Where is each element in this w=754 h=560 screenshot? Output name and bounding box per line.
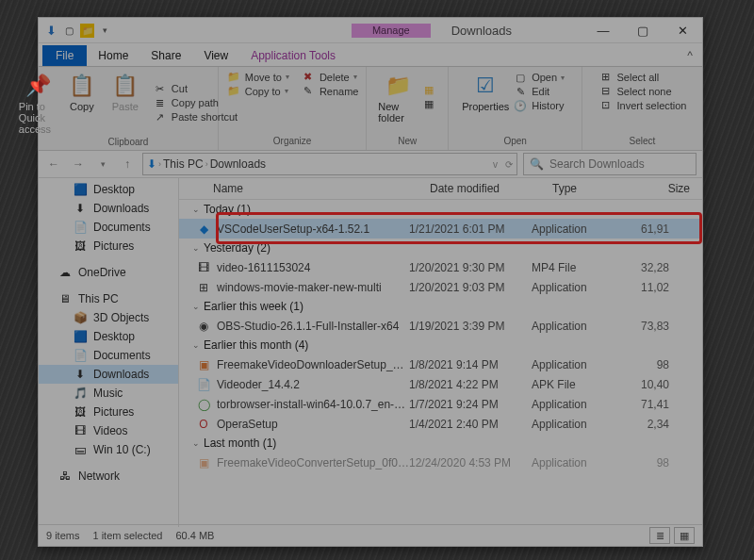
file-icon: ⊞	[196, 281, 211, 294]
group-header[interactable]: ⌄ Today (1)	[179, 200, 702, 219]
crumb-downloads[interactable]: Downloads	[210, 157, 266, 171]
nav-item[interactable]: 🖼Pictures	[39, 237, 178, 255]
file-row[interactable]: ◉OBS-Studio-26.1.1-Full-Installer-x641/1…	[179, 316, 702, 336]
file-date: 1/8/2021 9:14 PM	[409, 358, 532, 371]
delete-button[interactable]: ✖Delete▾	[301, 71, 359, 83]
nav-back-button[interactable]: ←	[44, 157, 63, 171]
edit-button[interactable]: ✎Edit	[513, 86, 565, 98]
group-clipboard: Clipboard	[108, 135, 149, 147]
group-header[interactable]: ⌄ Earlier this month (4)	[179, 336, 702, 354]
manage-header[interactable]: Manage	[352, 24, 431, 38]
details-view-button[interactable]: ≣	[649, 527, 670, 544]
file-row[interactable]: 🎞video-16111530241/20/2021 9:30 PMMP4 Fi…	[179, 257, 702, 277]
group-header[interactable]: ⌄ Earlier this week (1)	[179, 297, 702, 316]
file-row[interactable]: 📄Videoder_14.4.21/8/2021 4:22 PMAPK File…	[179, 374, 702, 394]
maximize-button[interactable]: ▢	[623, 18, 663, 42]
folder-icon: 🖼	[73, 239, 88, 253]
select-none-button[interactable]: ⊟Select none	[598, 85, 672, 97]
nav-item[interactable]: ⬇Downloads	[39, 199, 178, 218]
file-type: Application	[532, 222, 631, 236]
nav-item-label: This PC	[78, 292, 119, 305]
navigation-pane[interactable]: 🟦Desktop⬇Downloads📄Documents🖼Pictures☁On…	[39, 178, 179, 527]
properties-button[interactable]: ☑Properties	[466, 71, 505, 112]
invert-selection-button[interactable]: ⊡Invert selection	[598, 99, 687, 111]
nav-item[interactable]: 📦3D Objects	[39, 308, 178, 327]
nav-item[interactable]: 🎞Videos	[39, 421, 178, 440]
nav-item[interactable]: 🖧Network	[39, 467, 178, 486]
pin-to-quick-access[interactable]: 📌Pin to Quick access	[19, 71, 58, 135]
file-name: Videoder_14.4.2	[217, 378, 409, 391]
paste-button[interactable]: 📋Paste	[106, 71, 145, 135]
column-name[interactable]: Name	[179, 182, 430, 195]
easy-access-button[interactable]: ▦	[421, 98, 436, 110]
tab-view[interactable]: View	[192, 45, 239, 66]
column-type[interactable]: Type	[552, 182, 652, 195]
open-button[interactable]: ▢Open▾	[513, 72, 565, 84]
nav-item[interactable]: 📄Documents	[39, 218, 178, 237]
nav-item[interactable]: 🎵Music	[39, 384, 178, 403]
column-size[interactable]: Size	[652, 182, 690, 195]
qat-btn[interactable]: ▢	[62, 24, 76, 38]
history-button[interactable]: 🕑History	[513, 100, 565, 112]
nav-recent-button[interactable]: ▾	[93, 159, 112, 169]
file-icon: ◆	[196, 222, 211, 236]
nav-item[interactable]: 🖴Win 10 (C:)	[39, 440, 178, 459]
qat-chevron[interactable]: ▾	[98, 24, 112, 38]
address-bar[interactable]: ⬇ › This PC › Downloads v⟳	[142, 153, 517, 175]
rename-button[interactable]: ✎Rename	[301, 85, 359, 97]
move-to-button[interactable]: 📁Move to▾	[226, 71, 289, 83]
thumbs-view-button[interactable]: ▦	[674, 527, 695, 544]
nav-item[interactable]: ☁OneDrive	[39, 263, 178, 282]
select-all-button[interactable]: ⊞Select all	[598, 71, 660, 83]
nav-item[interactable]: 🖥This PC	[39, 289, 178, 308]
group-header[interactable]: ⌄ Yesterday (2)	[179, 239, 702, 257]
file-size: 32,28	[631, 261, 673, 274]
tab-application-tools[interactable]: Application Tools	[239, 45, 347, 66]
crumb-thispc[interactable]: This PC	[163, 157, 204, 171]
file-row[interactable]: ◆VSCodeUserSetup-x64-1.52.11/21/2021 6:0…	[179, 219, 702, 239]
file-row[interactable]: OOperaSetup1/4/2021 2:40 PMApplication2,…	[179, 414, 702, 434]
nav-item[interactable]: 🟦Desktop	[39, 180, 178, 199]
minimize-button[interactable]: —	[583, 18, 623, 42]
tab-home[interactable]: Home	[87, 45, 139, 66]
chevron-down-icon[interactable]: v	[493, 159, 498, 170]
nav-item-label: 3D Objects	[93, 311, 149, 324]
tab-share[interactable]: Share	[139, 45, 192, 66]
file-date: 1/20/2021 9:30 PM	[409, 261, 532, 274]
nav-item[interactable]: ⬇Downloads	[39, 365, 178, 384]
column-date[interactable]: Date modified	[430, 182, 552, 195]
file-date: 1/8/2021 4:22 PM	[409, 378, 532, 391]
file-icon: ◉	[196, 320, 211, 333]
nav-up-button[interactable]: ↑	[118, 157, 137, 171]
close-button[interactable]: ✕	[663, 18, 702, 42]
group-header[interactable]: ⌄ Last month (1)	[179, 434, 702, 453]
file-row[interactable]: ▣FreemakeVideoDownloaderSetup_0f0c98…1/8…	[179, 354, 702, 374]
refresh-icon[interactable]: ⟳	[505, 159, 513, 170]
nav-forward-button[interactable]: →	[69, 157, 88, 171]
qat-new-folder[interactable]: 📁	[80, 24, 94, 38]
file-row[interactable]: ⊞windows-movie-maker-new-multi1/20/2021 …	[179, 277, 702, 297]
file-row[interactable]: ◯torbrowser-install-win64-10.0.7_en-US1/…	[179, 394, 702, 414]
ribbon-expand-icon[interactable]: ^	[678, 45, 702, 66]
copy-button[interactable]: 📋Copy	[62, 71, 102, 135]
folder-icon: 🟦	[73, 330, 88, 343]
nav-item[interactable]: 📄Documents	[39, 346, 178, 365]
copy-to-button[interactable]: 📁Copy to▾	[226, 85, 289, 97]
nav-item-label: Win 10 (C:)	[93, 443, 151, 456]
new-folder-button[interactable]: 📁New folder	[378, 71, 418, 124]
new-item-button[interactable]: ▦	[421, 84, 436, 96]
tab-file[interactable]: File	[42, 45, 87, 66]
nav-item-label: OneDrive	[78, 266, 126, 279]
nav-item[interactable]: 🟦Desktop	[39, 327, 178, 346]
folder-icon: 🖴	[73, 443, 88, 456]
nav-item[interactable]: 🖼Pictures	[39, 403, 178, 421]
search-icon: 🔍	[530, 157, 544, 171]
folder-icon: ☁	[57, 266, 73, 279]
folder-icon: 📦	[73, 311, 88, 324]
file-type: Application	[532, 320, 631, 333]
file-size: 73,83	[631, 320, 673, 333]
search-placeholder: Search Downloads	[549, 157, 645, 171]
file-row[interactable]: ▣FreemakeVideoConverterSetup_0f0c98a412/…	[179, 453, 702, 472]
nav-item-label: Pictures	[93, 405, 134, 419]
search-box[interactable]: 🔍 Search Downloads	[523, 153, 697, 175]
